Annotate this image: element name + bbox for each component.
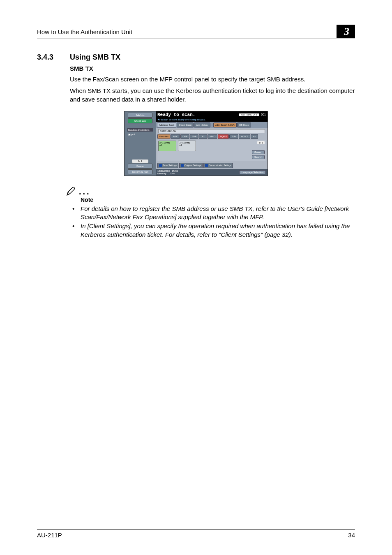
note-label: Note [81,197,355,203]
panel-footer: 10/26/2010 15:39 Memory 100% Language Se… [156,169,267,176]
paragraph-2: When SMB TX starts, you can use the Kerb… [70,87,355,104]
tab-addr-search[interactable]: Addr. Search (LDAP) [213,123,237,127]
comm-settings-label: Communication Settings [209,164,231,166]
note-bullet-1: • For details on how to register the SMB… [72,205,355,222]
job-list-button[interactable]: Job List [128,113,152,118]
comm-settings-button[interactable]: Communication Settings [203,163,233,168]
note-bullet-2-text: In [Client Settings], you can specify th… [81,222,355,239]
panel-left-column: Job List Check Job Broadcast Destination… [125,111,156,176]
content-pager: 1/ 1 [257,141,265,144]
ntx-label: Ntx Trans. OFF [239,113,259,116]
scan-settings-button[interactable]: Scan Settings [157,163,178,168]
smb-entry-pc1[interactable]: ☑PC (SMB) pc1 [158,141,176,151]
mfp-screenshot: Job List Check Job Broadcast Destination… [124,111,268,176]
group-button[interactable]: Group [252,150,265,154]
chapter-number-box: 3 [337,25,355,38]
language-selection-button[interactable]: Language Selection [239,170,266,174]
delete-button[interactable]: Delete [128,164,152,169]
search-button[interactable]: Search [252,155,265,159]
left-pager: 1/ 1 [132,160,148,163]
alpha-pqrs[interactable]: PQRS [218,134,229,139]
bullet-dot-icon: • [72,222,76,239]
footer-model: AU-211P [37,532,62,539]
note-bullets: • For details on how to register the SMB… [72,205,355,239]
page-header: How to Use the Authentication Unit 3 [37,25,355,39]
alpha-mno[interactable]: MNO [208,134,217,139]
panel-mem-val: 100% [168,172,175,175]
smb-path: \\192.168.1.5\/ [158,129,265,133]
mfp-panel: Job List Check Job Broadcast Destination… [124,111,268,176]
bottom-setting-row: Scan Settings Original Settings Communic… [156,162,267,169]
section-title: Using SMB TX [70,53,120,62]
tab-job-history[interactable]: Job History [194,123,210,127]
original-settings-icon [181,164,184,167]
tab-off-hook[interactable]: Off-Hook [237,123,251,127]
content-side-buttons: 1/ 1 Group Search [252,141,265,159]
status-title: Ready to scan. [157,112,195,117]
scan-settings-label: Scan Settings [163,164,177,166]
dest-count: 001 [261,113,266,116]
alpha-jkl[interactable]: JKL [199,134,207,139]
panel-right-area: Ready to scan. Ntx Trans. OFF 001 ✦Fax c… [156,111,267,176]
main-tabs: Address Book Direct Input Job History Ad… [156,122,267,128]
check-job-button[interactable]: Check Job [128,118,152,123]
smb-entry-pc2[interactable]: ▢PC (SMB) pc2 [178,141,196,151]
status-right: Ntx Trans. OFF 001 [239,112,266,117]
section-heading: 3.4.3 Using SMB TX [37,53,355,62]
address-content-area: ☑PC (SMB) pc1 ▢PC (SMB) pc2 1/ 1 Group S… [157,140,266,161]
sub-heading: SMB TX [70,65,355,72]
alpha-def[interactable]: DEF [180,134,189,139]
original-settings-label: Original Settings [184,164,201,166]
pen-icon [66,186,76,197]
status-hint: ✦Fax can be sent at any time using keypa… [156,118,267,122]
section-number: 3.4.3 [37,53,70,62]
note-dots: ... [79,187,91,197]
status-bar: Ready to scan. Ntx Trans. OFF 001 [156,111,267,118]
tab-direct-input[interactable]: Direct Input [177,123,194,127]
alpha-ghi[interactable]: GHI [190,134,198,139]
alpha-favorites[interactable]: Favor ites [157,134,171,139]
original-settings-button[interactable]: Original Settings [179,163,203,168]
bullet-dot-icon: • [72,205,76,222]
page-footer: AU-211P 34 [37,530,355,539]
smb-entry-pc1-name: pc1 [159,144,175,146]
smb-entry-pc2-name: pc2 [179,144,195,146]
footer-page-number: 34 [348,532,355,539]
alpha-etc[interactable]: etc [251,134,258,139]
destinations-title: Broadcast Destinations [127,128,153,132]
tab-address-book[interactable]: Address Book [157,123,176,127]
alpha-tabs: Favor ites ABC DEF GHI JKL MNO PQRS TUV … [156,134,267,140]
destination-item[interactable]: ▣ pc1 [127,132,153,136]
comm-settings-icon [205,164,208,167]
alpha-wxyz[interactable]: WXYZ [239,134,250,139]
alpha-tuv[interactable]: TUV [229,134,238,139]
scan-settings-icon [159,164,162,167]
paragraph-1: Use the Fax/Scan screen on the MFP contr… [70,75,355,83]
note-icon: ... [66,186,355,197]
speed-button[interactable]: Speed #s (E-mail) [128,169,152,174]
panel-mem-label: Memory [157,172,166,175]
note-bullet-1-text: For details on how to register the SMB a… [81,205,355,222]
running-title: How to Use the Authentication Unit [37,28,132,38]
note-bullet-2: • In [Client Settings], you can specify … [72,222,355,239]
panel-footer-left: 10/26/2010 15:39 Memory 100% [157,170,178,175]
alpha-abc[interactable]: ABC [171,134,180,139]
